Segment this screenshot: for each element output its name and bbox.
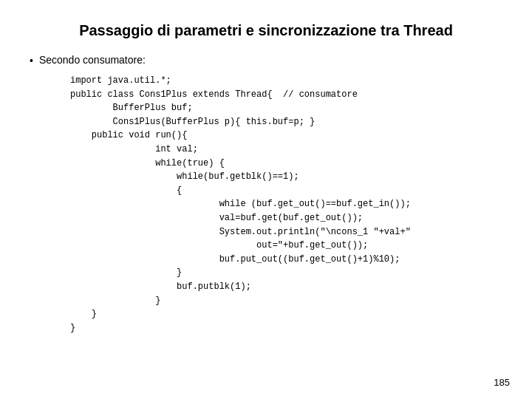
slide-title: Passaggio di parametri e sincronizzazion… — [30, 22, 502, 39]
code-line: while (buf.get_out()==buf.get_in()); — [70, 197, 502, 211]
code-line: while(true) { — [70, 157, 502, 171]
code-line: public void run(){ — [70, 129, 502, 143]
code-line: public class Cons1Plus extends Thread{ /… — [70, 88, 502, 102]
code-line: { — [70, 184, 502, 198]
code-line: val=buf.get(buf.get_out()); — [70, 211, 502, 225]
code-line: BufferPlus buf; — [70, 101, 502, 115]
code-line: } — [70, 321, 502, 335]
bullet-section: • Secondo consumatore: — [30, 54, 502, 66]
slide-page: Passaggio di parametri e sincronizzazion… — [0, 0, 532, 399]
code-line: } — [70, 266, 502, 280]
code-line: import java.util.*; — [70, 74, 502, 88]
code-line: while(buf.getblk()==1); — [70, 170, 502, 184]
page-number: 185 — [494, 377, 510, 388]
code-line: out="+buf.get_out()); — [70, 239, 502, 253]
code-block: import java.util.*;public class Cons1Plu… — [70, 74, 502, 335]
code-line: } — [70, 307, 502, 321]
section-label: Secondo consumatore: — [39, 54, 146, 66]
code-line: System.out.println("\ncons_1 "+val+" — [70, 225, 502, 239]
code-line: } — [70, 294, 502, 308]
code-line: Cons1Plus(BufferPlus p){ this.buf=p; } — [70, 115, 502, 129]
bullet-point: • — [30, 55, 33, 66]
code-line: buf.put_out((buf.get_out()+1)%10); — [70, 253, 502, 267]
code-line: buf.putblk(1); — [70, 280, 502, 294]
code-line: int val; — [70, 143, 502, 157]
